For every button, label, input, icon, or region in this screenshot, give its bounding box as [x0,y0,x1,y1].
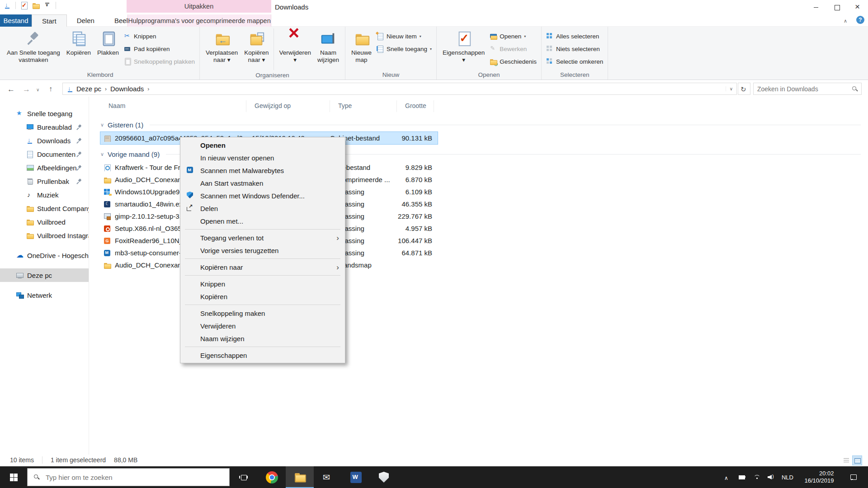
menu-item-scannen-met-windows-defender-[interactable]: Scannen met Windows Defender... [180,189,345,202]
taskbar-app-task-view[interactable] [230,466,258,488]
column-header-naam[interactable]: Naam [100,100,246,112]
sidebar-item-vuilbroed[interactable]: Vuilbroed [0,215,89,229]
sidebar-item-deze-pc[interactable]: Deze pc [0,268,89,282]
taskbar-app-explorer[interactable] [286,466,314,488]
menu-item-aan-start-vastmaken[interactable]: Aan Start vastmaken [180,177,345,189]
menu-item-eigenschappen[interactable]: Eigenschappen [180,349,345,361]
sidebar-item-prullenbak[interactable]: Prullenbak [0,174,89,188]
close-button[interactable] [847,0,868,14]
ribbon-button-openen[interactable]: Openen▾ [488,31,538,41]
forward-button[interactable] [20,82,33,95]
breadcrumb-separator-icon[interactable]: › [146,86,150,92]
menu-item-kopi-ren[interactable]: Kopiëren [180,290,345,303]
action-center-button[interactable] [844,466,863,488]
search-icon[interactable] [851,85,859,93]
sidebar-item-bureaublad[interactable]: Bureaublad [0,120,89,134]
ribbon-button-verplaatsen[interactable]: Verplaatsen naar ▾ [203,28,241,70]
menu-item-scannen-met-malwarebytes[interactable]: Scannen met Malwarebytes [180,164,345,177]
ribbon-button-nieuwe[interactable]: Nieuwe map [348,28,375,70]
sidebar-item-vuilbroed-instagram[interactable]: Vuilbroed Instagram [0,229,89,242]
properties-icon-wrap [460,29,467,48]
recent-locations-button[interactable] [35,82,44,95]
taskbar-app-defender[interactable] [370,466,398,488]
menu-item-openen-met-[interactable]: Openen met... [180,215,345,227]
clock[interactable]: 20:02 16/10/2019 [798,466,840,488]
menu-item-openen[interactable]: Openen [180,139,345,151]
new-folder-icon[interactable] [32,2,39,9]
language-indicator[interactable]: NLD [778,466,797,488]
menu-item-vorige-versies-terugzetten[interactable]: Vorige versies terugzetten [180,244,345,257]
properties-check-icon[interactable] [20,2,28,9]
address-bar[interactable]: Deze pc›Downloads› ∨ [62,83,737,95]
view-list-button[interactable] [842,456,851,465]
menu-item-in-nieuw-venster-openen[interactable]: In nieuw venster openen [180,151,345,164]
ribbon-button-geschiedenis[interactable]: Geschiedenis [488,56,538,66]
sidebar-item-onedrive-hogescho[interactable]: OneDrive - Hogescho [0,249,89,262]
tab-start[interactable]: Start [32,14,67,27]
sidebar-item-netwerk[interactable]: Netwerk [0,288,89,302]
collapse-ribbon-icon[interactable] [844,16,851,23]
volume-indicator[interactable] [765,466,778,488]
ribbon-button-verwijderen[interactable]: Verwijderen ▾ [276,28,314,70]
minimize-button[interactable] [806,0,826,14]
customize-caret-icon[interactable] [44,2,51,9]
column-header-type[interactable]: Type [330,100,397,112]
sidebar-item-muziek[interactable]: Muziek [0,188,89,202]
ribbon-button-eigenschappen[interactable]: Eigenschappen ▾ [439,28,488,70]
taskbar-app-word[interactable] [342,466,370,488]
search-input[interactable] [754,83,861,94]
ribbon-button-kopi-ren[interactable]: Kopiëren naar ▾ [241,28,272,70]
view-details-button[interactable] [853,456,862,465]
breadcrumb-segment[interactable]: Downloads [108,85,146,93]
menu-item-verwijderen[interactable]: Verwijderen [180,319,345,332]
ribbon-button-niets-selecteren[interactable]: Niets selecteren [544,44,605,54]
taskbar-app-mail[interactable] [314,466,342,488]
ribbon-button-pad-kopi-ren[interactable]: Pad kopiëren [122,44,197,54]
back-button[interactable] [5,82,17,95]
network-indicator[interactable] [750,466,763,488]
help-icon[interactable]: ? [856,16,864,24]
taskbar-search-input[interactable] [28,469,229,486]
ribbon-button-selectie-omkeren[interactable]: Selectie omkeren [544,56,605,66]
ribbon-button-alles-selecteren[interactable]: Alles selecteren [544,31,605,41]
battery-indicator[interactable] [736,466,749,488]
breadcrumb-separator-icon[interactable]: › [104,86,108,92]
ribbon-button-bewerken[interactable]: Bewerken [488,44,538,54]
ribbon-button-nieuw-item[interactable]: Nieuw item▾ [375,31,434,41]
column-header-gewijzigd-op[interactable]: Gewijzigd op [246,100,330,112]
tab-delen[interactable]: Delen [67,14,104,27]
menu-item-kopi-ren-naar[interactable]: Kopiëren naar› [180,261,345,273]
ribbon-button-label: Nieuw item [387,33,417,40]
maximize-button[interactable] [826,0,847,14]
breadcrumb-segment[interactable]: Deze pc [74,85,104,93]
ribbon-button-plakken[interactable]: Plakken [94,28,122,70]
menu-item-delen[interactable]: Delen [180,202,345,215]
tab-bestand[interactable]: Bestand [0,14,32,27]
ribbon-button-naam[interactable]: Naam wijzigen [314,28,342,70]
ribbon-button-kopi-ren[interactable]: Kopiëren [63,28,94,70]
menu-item-knippen[interactable]: Knippen [180,277,345,290]
ribbon-button-knippen[interactable]: Knippen [122,31,197,41]
menu-item-naam-wijzigen[interactable]: Naam wijzigen [180,332,345,345]
file-group-header[interactable]: ∨Gisteren (1) [100,117,864,132]
ribbon-button-aan-snelle-toegang[interactable]: Aan Snelle toegang vastmaken [4,28,63,70]
sidebar-item-snelle-toegang[interactable]: Snelle toegang [0,107,89,120]
start-button[interactable] [0,466,27,488]
taskbar-app-chrome[interactable] [258,466,286,488]
ribbon-button-snelle-toegang[interactable]: Snelle toegang▾ [375,44,434,54]
up-button[interactable] [46,82,59,95]
address-dropdown-icon[interactable]: ∨ [726,86,736,91]
sidebar-item-student-company[interactable]: Student Company [0,202,89,215]
column-header-grootte[interactable]: Grootte [397,100,434,112]
menu-item-snelkoppeling-maken[interactable]: Snelkoppeling maken [180,307,345,319]
tab-contextual-compressed[interactable]: Hulpprogramma's voor gecomprimeerde mapp… [127,14,271,27]
sidebar-item-afbeeldingen[interactable]: Afbeeldingen [0,161,89,174]
refresh-button[interactable] [738,83,750,95]
tray-chevron-button[interactable] [722,466,734,488]
menu-item-toegang-verlenen-tot[interactable]: Toegang verlenen tot› [180,231,345,244]
sidebar-item-downloads[interactable]: Downloads [0,134,89,147]
menu-item-label: Openen [200,141,226,149]
ribbon-button-snelkoppeling-plakken[interactable]: Snelkoppeling plakken [122,56,197,66]
foxit-app-icon [104,237,111,244]
sidebar-item-documenten[interactable]: Documenten [0,147,89,161]
